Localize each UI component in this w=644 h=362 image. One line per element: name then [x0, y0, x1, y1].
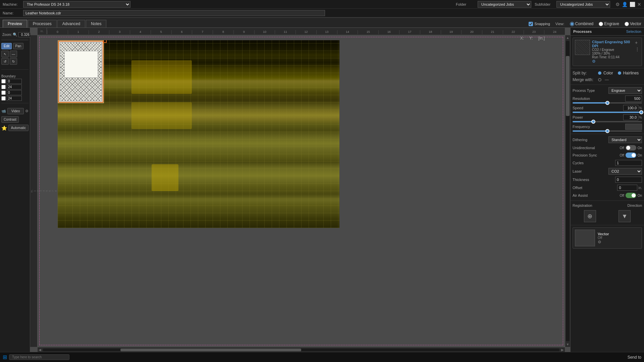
merge-row: Merge with: —: [571, 76, 644, 83]
precision-sync-toggle[interactable]: [626, 153, 636, 158]
add-process-icon[interactable]: +: [635, 40, 640, 45]
split-color-label: Color: [603, 71, 613, 75]
vector-settings-icon[interactable]: ⚙: [598, 240, 609, 244]
ruler-left: in. 1 2 3 4 5 6 7 8 9 10 11 12 13 14 15 …: [30, 35, 38, 347]
laser-label: Laser: [573, 169, 599, 173]
tool-group-edit-pan: Edit Pan ↖ — ↺ ↻: [1, 42, 29, 65]
pan-button[interactable]: Pan: [13, 43, 24, 49]
offset-input[interactable]: [617, 185, 637, 191]
canvas-image-area: [58, 40, 339, 228]
boundary-input4[interactable]: [7, 96, 22, 101]
subfolder-select[interactable]: Uncategorized Jobs: [556, 1, 610, 8]
thickness-input[interactable]: [615, 177, 642, 183]
process-info: Clipart Engraving 500 DPI CO2 / Engrave …: [592, 40, 633, 64]
merge-radio[interactable]: [598, 78, 601, 81]
reg-buttons-row: ⊕ ▼: [571, 209, 644, 224]
resize-handle-right[interactable]: [103, 40, 107, 43]
scrollbar-horizontal[interactable]: ◀ ▶: [38, 347, 565, 352]
air-assist-on-label: On: [638, 194, 642, 197]
resolution-input[interactable]: [625, 96, 642, 102]
split-color-radio[interactable]: [598, 71, 601, 75]
cycles-label: Cycles: [573, 161, 599, 165]
machine-label: Machine:: [3, 2, 21, 6]
tab-notes[interactable]: Notes: [86, 20, 106, 27]
direction-down-btn[interactable]: ▼: [619, 210, 631, 222]
unidirectional-on-label: On: [638, 146, 642, 150]
unidirectional-label: Unidirectional: [573, 146, 599, 150]
left-panel: Zoom: 🔍 🔍 To Fit To Table Edit Pan ↖ — ↺…: [0, 28, 30, 352]
boundary-input1[interactable]: [7, 79, 22, 84]
frequency-slider[interactable]: [573, 130, 642, 132]
folder-select[interactable]: Uncategorized Jobs: [478, 1, 531, 8]
dash-tool[interactable]: —: [10, 51, 17, 57]
boundary-input3[interactable]: [7, 90, 22, 95]
laser-select[interactable]: CO2: [608, 168, 642, 175]
video-button[interactable]: Video: [7, 108, 24, 114]
name-label: Name:: [3, 11, 21, 15]
boundary-cb4[interactable]: [1, 96, 6, 101]
process-thumbnail: [575, 40, 590, 55]
speed-slider[interactable]: [573, 112, 642, 113]
split-row: Split by: Color Hairlines: [571, 70, 644, 76]
boundary-cb2[interactable]: [1, 85, 6, 89]
cycles-row: Cycles: [571, 159, 644, 167]
arrow-tool[interactable]: ↖: [1, 51, 9, 57]
resolution-slider[interactable]: [573, 102, 642, 104]
windows-icon[interactable]: ⊞: [3, 354, 7, 360]
canvas-viewport[interactable]: X: Y: [in.]: [38, 35, 565, 347]
precision-on-label: On: [638, 154, 642, 157]
process-title: Clipart Engraving 500 DPI: [592, 40, 633, 48]
edit-button[interactable]: Edit: [1, 43, 12, 49]
boundary-input2[interactable]: [7, 84, 22, 89]
automatic-button[interactable]: Automatic: [8, 125, 29, 131]
speed-input[interactable]: [623, 105, 638, 111]
main-area: Zoom: 🔍 🔍 To Fit To Table Edit Pan ↖ — ↺…: [0, 28, 644, 352]
air-assist-toggle[interactable]: [626, 193, 636, 198]
boundary-cb1[interactable]: [1, 79, 6, 83]
window-icon[interactable]: ⬜: [630, 2, 635, 7]
unidirectional-toggle[interactable]: [626, 145, 636, 150]
laser-row: Laser CO2: [571, 167, 644, 176]
power-input[interactable]: [623, 114, 638, 120]
settings-icon[interactable]: ⚙: [615, 2, 620, 7]
machine-select[interactable]: The Professor DS 24 3.18: [23, 1, 130, 8]
rotate-ccw-tool[interactable]: ↺: [1, 58, 9, 65]
scrollbar-vertical[interactable]: ▲ ▼: [565, 35, 570, 347]
video-settings-icon[interactable]: ⚙: [25, 109, 29, 113]
view-vector-radio[interactable]: [625, 22, 629, 26]
video-icon: 📹: [1, 109, 6, 113]
air-assist-row: Air Assist Off On: [571, 192, 644, 199]
resolution-row: Resolution: [571, 95, 644, 104]
boundary-cb3[interactable]: [1, 90, 6, 95]
process-menu-icon[interactable]: ⋮: [635, 47, 640, 52]
power-label: Power: [573, 115, 599, 119]
cycles-input[interactable]: [615, 160, 642, 166]
process-type-select[interactable]: Engrave: [608, 87, 642, 94]
processes-header: Processes: [573, 29, 592, 34]
view-combined-radio[interactable]: [570, 22, 574, 26]
frequency-input[interactable]: [625, 124, 642, 130]
registration-crosshair-btn[interactable]: ⊕: [584, 210, 596, 222]
tab-processes[interactable]: Processes: [28, 20, 57, 27]
xy-coords: X: Y: [in.]: [520, 36, 545, 41]
name-input[interactable]: [23, 10, 325, 16]
close-icon[interactable]: ✕: [637, 2, 641, 7]
split-hairlines-radio[interactable]: [618, 71, 621, 75]
taskbar-search[interactable]: [9, 354, 69, 360]
video-contrast-section: 📹 Video ⚙ Contrast ⭐ Automatic: [1, 107, 29, 132]
vector-status: Off: [598, 236, 609, 240]
reg-direction-header: Registration Direction: [571, 202, 644, 209]
dithering-select[interactable]: Standard: [608, 136, 642, 143]
contrast-button[interactable]: Contrast: [1, 116, 19, 123]
user-icon[interactable]: 👤: [622, 2, 628, 7]
boundary-section: Boundary: [1, 73, 29, 102]
selection-btn[interactable]: Selection: [626, 29, 641, 34]
tab-preview[interactable]: Preview: [3, 20, 27, 27]
tab-advanced[interactable]: Advanced: [57, 20, 85, 27]
rotate-cw-tool[interactable]: ↻: [10, 58, 17, 65]
offset-label: Offset: [573, 186, 599, 190]
direction-label: Direction: [628, 203, 642, 207]
snapping-checkbox[interactable]: [529, 22, 533, 26]
view-engrave-radio[interactable]: [599, 22, 603, 26]
power-slider[interactable]: [573, 121, 642, 122]
